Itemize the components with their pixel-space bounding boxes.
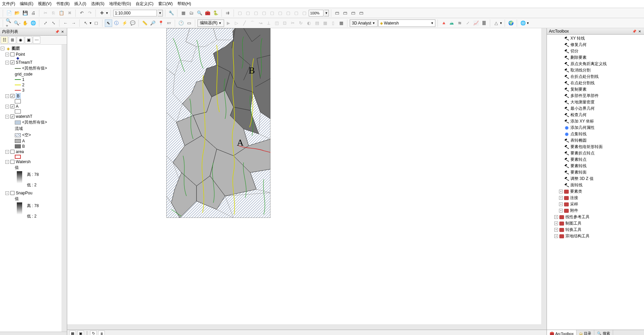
toolbox-item[interactable]: +宗地结构工具 — [548, 233, 643, 239]
menu-help[interactable]: 帮助(H) — [177, 1, 191, 7]
zoom-input[interactable] — [309, 10, 324, 16]
create-viewer[interactable]: ▭ — [185, 19, 193, 27]
pan-icon[interactable]: ✋ — [22, 19, 29, 27]
menu-window[interactable]: 窗口(W) — [158, 1, 173, 7]
tool-item[interactable]: 添加几何属性 — [548, 125, 643, 131]
toc-vscroll[interactable] — [61, 45, 67, 332]
identify-icon[interactable]: ⓘ — [113, 19, 120, 27]
editor-toolbar-toggle[interactable]: 🔧 — [168, 9, 175, 17]
tool-item[interactable]: 在折点处分割线 — [548, 74, 643, 80]
tool-item[interactable]: 修复几何 — [548, 42, 643, 48]
expand-icon[interactable]: − — [5, 53, 9, 56]
tab-arctoolbox[interactable]: 🧰ArcToolbox — [547, 330, 576, 335]
edit-tool-d[interactable]: ⌒ — [249, 19, 256, 27]
toolset-item[interactable]: +采样 — [548, 201, 643, 207]
go-xy[interactable]: XY — [165, 19, 173, 27]
tool-item[interactable]: 多部件至单部件 — [548, 93, 643, 99]
unknown-a[interactable]: ▢ — [236, 9, 244, 17]
expand-icon[interactable]: − — [5, 160, 9, 164]
fwd-extent[interactable]: → — [70, 19, 77, 27]
geodb-d[interactable]: 🗃 — [358, 9, 365, 17]
select-features[interactable]: ↖ — [82, 19, 89, 27]
editor-dropdown[interactable]: 编辑器(R) — [198, 19, 224, 27]
back-extent[interactable]: ← — [62, 19, 69, 27]
add-data-button[interactable]: ✚ — [98, 9, 105, 17]
tool-item[interactable]: 要素转点 — [548, 156, 643, 163]
toolbox-item[interactable]: +线性参考工具 — [548, 214, 643, 220]
expand-icon[interactable]: + — [559, 196, 563, 200]
html-popup[interactable]: 💬 — [129, 19, 136, 27]
toolbox-item[interactable]: +制图工具 — [548, 220, 643, 227]
edit-tool-h[interactable]: ⊡ — [281, 19, 289, 27]
open-button[interactable]: 📂 — [13, 9, 21, 17]
toolset-item[interactable]: +附件 — [548, 207, 643, 214]
expand-icon[interactable]: + — [554, 222, 558, 225]
geodb-a[interactable]: 🗃 — [334, 9, 341, 17]
edit-tool-b[interactable]: ▷ — [233, 19, 240, 27]
layer-area[interactable]: area — [16, 149, 24, 154]
tool-item[interactable]: 检查几何 — [548, 112, 643, 118]
hyperlink[interactable]: ⚡ — [121, 19, 128, 27]
analyst-btn-g[interactable]: △ — [492, 19, 500, 27]
layer-point[interactable]: Point — [16, 52, 25, 57]
save-button[interactable]: 💾 — [22, 9, 29, 17]
analyst-btn-f[interactable]: 🛤 — [480, 19, 488, 27]
3d-analyst-dropdown[interactable]: 3D Analyst — [350, 19, 378, 27]
toolbox-button[interactable]: 🧰 — [204, 9, 211, 17]
options[interactable]: ⋯ — [33, 36, 40, 44]
copy-button[interactable]: ⎘ — [50, 9, 57, 17]
edit-tool-e[interactable]: ↝ — [257, 19, 264, 27]
menu-geoprocessing[interactable]: 地理处理(G) — [109, 1, 131, 7]
undo-button[interactable]: ↶ — [78, 9, 85, 17]
find-route[interactable]: 📍 — [157, 19, 165, 27]
edit-tool-g[interactable]: ◫ — [273, 19, 281, 27]
layer-streamt[interactable]: STreamT — [16, 60, 33, 65]
list-by-source[interactable]: ⊞ — [9, 36, 16, 44]
toolset-item[interactable]: +连接 — [548, 195, 643, 201]
tool-item[interactable]: 点集转线 — [548, 131, 643, 137]
map-vscroll[interactable] — [541, 28, 547, 324]
list-by-drawing-order[interactable]: ☷ — [1, 36, 8, 44]
tool-item[interactable]: 要素转面 — [548, 169, 643, 176]
visibility-checkbox[interactable] — [10, 94, 14, 98]
fixed-zoom-out[interactable]: ⤡ — [50, 19, 57, 27]
layer-watershT[interactable]: watershT — [16, 114, 32, 119]
map-hscroll[interactable] — [67, 324, 547, 330]
search-button[interactable]: 🔍 — [196, 9, 203, 17]
model-builder-button[interactable]: ⇉ — [224, 9, 231, 17]
toolbox-item[interactable]: +转换工具 — [548, 227, 643, 233]
visibility-checkbox[interactable] — [10, 191, 14, 195]
tool-item[interactable]: 大地测量密度 — [548, 99, 643, 105]
python-button[interactable]: 🐍 — [212, 9, 219, 17]
scale-dropdown[interactable]: ▼ — [158, 10, 163, 16]
refresh-icon[interactable]: ↻ — [90, 331, 97, 335]
visibility-checkbox[interactable] — [10, 114, 14, 118]
visibility-checkbox[interactable] — [10, 150, 14, 154]
unknown-g[interactable]: ▢ — [285, 9, 292, 17]
menu-view[interactable]: 视图(V) — [38, 1, 51, 7]
select-elements[interactable]: ⬉ — [105, 19, 112, 27]
map-canvas[interactable]: B A — [67, 28, 547, 330]
arcscene-button[interactable]: 🌐 — [519, 19, 527, 27]
geodb-c[interactable]: 🗃 — [350, 9, 357, 17]
tool-item[interactable]: 复制要素 — [548, 86, 643, 93]
delete-button[interactable]: ✖ — [66, 9, 73, 17]
expand-icon[interactable]: − — [5, 94, 9, 98]
edit-tool-j[interactable]: ↻ — [297, 19, 305, 27]
zoom-out-icon[interactable]: 🔍- — [13, 19, 21, 27]
edit-tool-f[interactable]: ⊥ — [265, 19, 272, 27]
menu-edit[interactable]: 编辑(E) — [20, 1, 33, 7]
menu-select[interactable]: 选择(S) — [91, 1, 104, 7]
expand-icon[interactable]: − — [1, 47, 4, 50]
toc-hscroll[interactable] — [0, 332, 67, 335]
time-slider[interactable]: 🕐 — [177, 19, 185, 27]
tool-item[interactable]: 面转线 — [548, 182, 643, 188]
menu-file[interactable]: 文件(F) — [2, 1, 15, 7]
arcglobe-button[interactable]: 🌍 — [507, 19, 515, 27]
expand-icon[interactable]: + — [554, 228, 558, 232]
tool-item[interactable]: XY 转线 — [548, 35, 643, 42]
layer-combo[interactable]: ◈ Watersh ▼ — [378, 19, 435, 27]
data-view-icon[interactable]: ▦ — [69, 331, 76, 335]
menu-customize[interactable]: 自定义(C) — [136, 1, 154, 7]
expand-icon[interactable]: + — [559, 202, 563, 206]
